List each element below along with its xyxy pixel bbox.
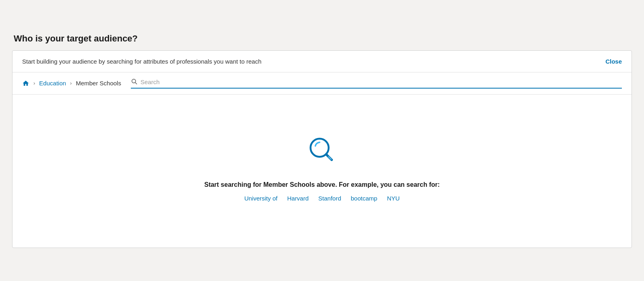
example-link-1[interactable]: Harvard bbox=[287, 195, 308, 202]
example-links: University of Harvard Stanford bootcamp … bbox=[244, 195, 400, 202]
search-icon bbox=[131, 78, 137, 86]
example-link-4[interactable]: NYU bbox=[387, 195, 400, 202]
panel-header: Start building your audience by searchin… bbox=[12, 51, 632, 72]
breadcrumb-separator-1: › bbox=[33, 80, 35, 86]
page-container: Who is your target audience? Start build… bbox=[12, 25, 632, 256]
panel-body: Start searching for Member Schools above… bbox=[12, 95, 632, 248]
empty-state-message: Start searching for Member Schools above… bbox=[204, 181, 440, 188]
breadcrumb-current: Member Schools bbox=[76, 80, 121, 87]
svg-line-1 bbox=[135, 83, 137, 84]
search-illustration bbox=[304, 132, 340, 168]
page-title: Who is your target audience? bbox=[12, 33, 632, 44]
example-link-3[interactable]: bootcamp bbox=[351, 195, 378, 202]
home-icon[interactable] bbox=[22, 80, 29, 87]
breadcrumb-row: › Education › Member Schools bbox=[12, 72, 632, 95]
breadcrumb-education-link[interactable]: Education bbox=[39, 80, 66, 87]
example-link-0[interactable]: University of bbox=[244, 195, 278, 202]
panel-header-text: Start building your audience by searchin… bbox=[22, 58, 262, 65]
example-link-2[interactable]: Stanford bbox=[318, 195, 341, 202]
audience-panel: Start building your audience by searchin… bbox=[12, 50, 632, 248]
breadcrumb-separator-2: › bbox=[70, 80, 72, 86]
close-button[interactable]: Close bbox=[605, 58, 622, 65]
search-input[interactable] bbox=[140, 79, 422, 85]
search-wrapper bbox=[131, 78, 622, 89]
